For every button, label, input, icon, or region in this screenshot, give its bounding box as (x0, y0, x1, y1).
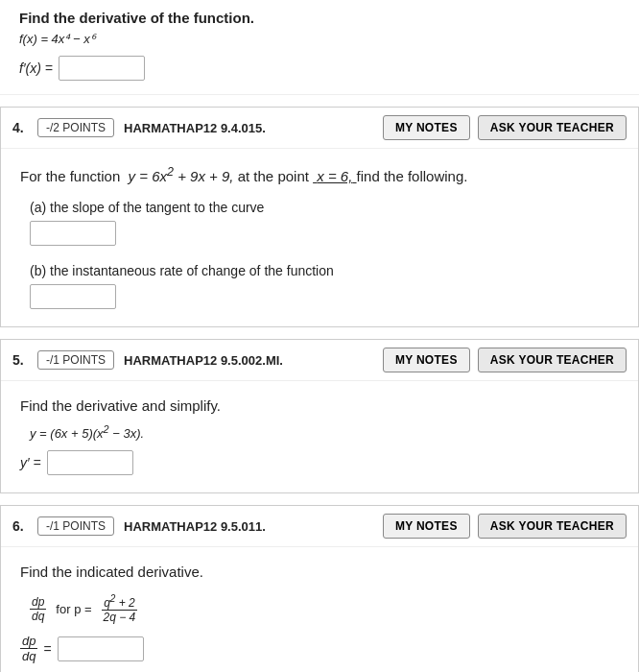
problem-6-body: Find the indicated derivative. dp dq for… (1, 547, 638, 672)
top-partial-title: Find the derivative of the function. (19, 10, 620, 26)
p6-lhs-den: dq (30, 610, 46, 623)
main-wrapper: Find the derivative of the function. f(x… (0, 0, 639, 672)
p6-answer-input[interactable] (58, 636, 144, 661)
p6-lhs-num: dp (30, 595, 46, 610)
problem-5-section: 5. -/1 POINTS HARMATHAP12 9.5.002.MI. MY… (0, 339, 639, 493)
p5-deq-text: y = (6x + 5)(x2 − 3x). (30, 426, 144, 441)
problem-5-my-notes-btn[interactable]: MY NOTES (383, 348, 470, 372)
p6-result-num: dp (20, 634, 37, 649)
p4-function-eq: y = 6x2 + 9x + 9, (124, 168, 237, 184)
p6-equals: = (43, 641, 51, 657)
p4-find-text: find the following. (357, 168, 468, 184)
problem-6-my-notes-btn[interactable]: MY NOTES (383, 514, 470, 539)
problem-5-header: 5. -/1 POINTS HARMATHAP12 9.5.002.MI. MY… (1, 340, 638, 381)
problem-4-body: For the function y = 6x2 + 9x + 9, at th… (1, 149, 638, 326)
p4-feq-text: y = 6x2 + 9x + 9, (129, 168, 234, 184)
problem-6-points[interactable]: -/1 POINTS (37, 516, 114, 536)
problem-4-section: 4. -/2 POINTS HARMATHAP12 9.4.015. MY NO… (0, 107, 639, 327)
problem-5-points[interactable]: -/1 POINTS (37, 350, 114, 370)
p6-rhs-num: q2 + 2 (102, 593, 137, 611)
problem-4-my-notes-btn[interactable]: MY NOTES (383, 115, 470, 140)
problem-5-intro: Find the derivative and simplify. (20, 395, 619, 418)
top-partial-section: Find the derivative of the function. f(x… (0, 0, 639, 95)
problem-5-number: 5. (12, 352, 28, 368)
top-partial-eq: f(x) = 4x⁴ − x⁶ (19, 32, 620, 46)
problem-6-intro: Find the indicated derivative. (20, 561, 619, 584)
p6-rhs-fraction: q2 + 2 2q − 4 (102, 593, 138, 624)
problem-4-code: HARMATHAP12 9.4.015. (124, 121, 373, 135)
problem-6-code: HARMATHAP12 9.5.011. (124, 519, 373, 534)
problem-4-sub-a: (a) the slope of the tangent to the curv… (30, 200, 619, 246)
problem-5-buttons: MY NOTES ASK YOUR TEACHER (383, 348, 627, 372)
problem-5-deriv-eq: y = (6x + 5)(x2 − 3x). (30, 423, 619, 441)
p4-sub-b-label: (b) the instantaneous rate of change of … (30, 263, 619, 278)
p6-rhs-den: 2q − 4 (102, 611, 138, 624)
p5-yprime-label: y′ = (20, 455, 41, 470)
p4-sub-b-input[interactable] (30, 284, 116, 309)
problem-4-number: 4. (12, 120, 28, 135)
p6-result-fraction: dp dq (20, 634, 37, 663)
p6-lhs-fraction: dp dq (30, 595, 46, 623)
p6-result-den: dq (20, 649, 37, 663)
fprime-label: f′(x) = (19, 60, 53, 76)
p4-intro-text: For the function (20, 168, 120, 184)
problem-6-number: 6. (12, 518, 28, 534)
p4-xeq: x = 6, (317, 168, 352, 184)
problem-4-ask-teacher-btn[interactable]: ASK YOUR TEACHER (478, 115, 627, 140)
problem-6-answer-row: dp dq = (20, 634, 619, 663)
p4-point-eq: x = 6, (313, 168, 356, 184)
problem-6-header: 6. -/1 POINTS HARMATHAP12 9.5.011. MY NO… (1, 506, 638, 547)
p5-answer-input[interactable] (47, 450, 133, 475)
problem-6-section: 6. -/1 POINTS HARMATHAP12 9.5.011. MY NO… (0, 505, 639, 672)
problem-5-ask-teacher-btn[interactable]: ASK YOUR TEACHER (478, 348, 627, 372)
problem-5-code: HARMATHAP12 9.5.002.MI. (124, 353, 373, 368)
p4-at-point: at the point (238, 168, 309, 184)
p6-for-text: for p = (56, 602, 91, 616)
problem-6-deriv-row: dp dq for p = q2 + 2 2q − 4 (30, 593, 619, 624)
problem-4-intro: For the function y = 6x2 + 9x + 9, at th… (20, 162, 619, 188)
problem-4-sub-b: (b) the instantaneous rate of change of … (30, 263, 619, 309)
top-eq-text: f(x) = 4x⁴ − x⁶ (19, 32, 95, 46)
problem-5-body: Find the derivative and simplify. y = (6… (1, 381, 638, 492)
problem-4-header: 4. -/2 POINTS HARMATHAP12 9.4.015. MY NO… (1, 108, 638, 149)
fprime-row: f′(x) = (19, 56, 620, 81)
problem-4-points[interactable]: -/2 POINTS (37, 118, 114, 137)
p4-sub-a-input[interactable] (30, 221, 116, 246)
fprime-input[interactable] (59, 56, 145, 81)
problem-5-answer-row: y′ = (20, 450, 619, 475)
p4-sub-a-label: (a) the slope of the tangent to the curv… (30, 200, 619, 215)
problem-6-buttons: MY NOTES ASK YOUR TEACHER (383, 514, 627, 539)
problem-4-buttons: MY NOTES ASK YOUR TEACHER (383, 115, 627, 140)
problem-6-ask-teacher-btn[interactable]: ASK YOUR TEACHER (478, 514, 627, 539)
